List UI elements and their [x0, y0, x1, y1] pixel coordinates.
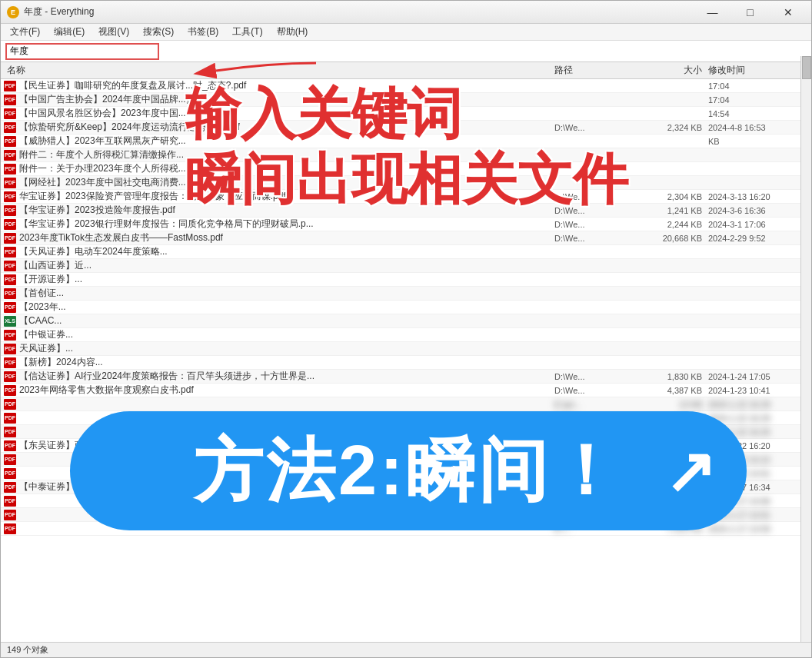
table-row[interactable]: PDF【华宝证券】2023银行理财年度报告：同质化竞争格局下的理财破局.p...…: [1, 218, 811, 231]
menu-help[interactable]: 帮助(H): [271, 25, 314, 40]
file-name: 【2023年...: [19, 301, 554, 314]
table-row[interactable]: PDFC:\Us...13 KB2024-1-22 16:29: [1, 411, 811, 425]
menu-view[interactable]: 视图(V): [92, 25, 135, 40]
col-name-header[interactable]: 名称: [4, 64, 554, 77]
close-button[interactable]: ✕: [770, 3, 805, 22]
file-name: 【华宝证券】2023投造险年度报告.pdf: [19, 204, 554, 217]
column-headers: 名称 路径 大小 修改时间: [1, 62, 811, 79]
file-name: 【信达证券】AI行业2024年度策略报告：百尺竿头须进步，十方世界是...: [19, 370, 554, 383]
file-size: 1,830 KB: [647, 372, 708, 381]
file-path: E:\...: [554, 497, 647, 506]
file-mtime: 2024-1-24 17:05: [708, 372, 808, 381]
search-input[interactable]: 年度: [5, 43, 159, 60]
file-path: D:\We...: [554, 234, 647, 243]
file-size: 2,519 KB: [647, 441, 708, 450]
table-row[interactable]: PDF2023年网络零售大数据年度观察白皮书.pdfD:\We...4,387 …: [1, 384, 811, 397]
scrollbar-thumb[interactable]: [802, 56, 811, 79]
table-row[interactable]: PDF【2023年...: [1, 301, 811, 314]
window-title: 年度 - Everything: [24, 5, 94, 18]
table-row[interactable]: PDF【山西证券】近...: [1, 259, 811, 273]
table-row[interactable]: PDFD:\We...25 KB2024-1-22 16:25: [1, 425, 811, 439]
table-row[interactable]: PDF【中泰证券】出版年度策略：估值筑底等风起，教育转型正当时.pdfD:\We…: [1, 480, 811, 494]
pdf-icon: PDF: [4, 122, 16, 133]
table-row[interactable]: PDFD:\We...11 KB2024-1-22 14:01: [1, 467, 811, 480]
pdf-icon: PDF: [4, 164, 16, 174]
file-mtime: 17:04: [708, 81, 808, 91]
file-size: 7,331 KB: [647, 524, 708, 533]
table-row[interactable]: PDF附件二：年度个人所得税汇算清缴操作...: [1, 148, 811, 162]
table-row[interactable]: PDF【中国风景名胜区协会】2023年度中国...14:54: [1, 107, 811, 121]
file-size: 2,324 KB: [647, 123, 708, 132]
table-row[interactable]: PDF【新榜】2024内容...: [1, 356, 811, 370]
table-row[interactable]: PDF附件一：关于办理2023年度个人所得税...: [1, 162, 811, 176]
table-row[interactable]: PDF【开源证券】...: [1, 273, 811, 287]
table-row[interactable]: PDFE:\...8,106 KB2024-1-17 14:01: [1, 508, 811, 522]
file-size: 962 KB: [647, 497, 708, 506]
file-size: 13 KB: [647, 414, 708, 423]
search-area: 年度: [1, 41, 811, 62]
table-row[interactable]: PDF天风证券】...: [1, 342, 811, 356]
file-size: 4,387 KB: [647, 386, 708, 395]
file-name: 天风证券】...: [19, 342, 554, 355]
pdf-icon: PDF: [4, 468, 16, 479]
col-mtime-header[interactable]: 修改时间: [708, 64, 808, 77]
title-bar-controls: — □ ✕: [695, 3, 805, 22]
table-row[interactable]: PDF【华宝证券】2023投造险年度报告.pdfD:\We...1,241 KB…: [1, 204, 811, 218]
table-row[interactable]: PDF【首创证...: [1, 287, 811, 301]
table-row[interactable]: PDF2023年度TikTok生态发展白皮书——FastMoss.pdfD:\W…: [1, 231, 811, 245]
col-size-header[interactable]: 大小: [647, 64, 708, 77]
col-path-header[interactable]: 路径: [554, 64, 647, 77]
table-row[interactable]: PDF【东吴证券】商用车2024年度策略：结构向上，乘风而起.pdfD:\We.…: [1, 439, 811, 453]
scrollbar[interactable]: [800, 56, 811, 642]
pdf-icon: PDF: [4, 385, 16, 396]
menu-file[interactable]: 文件(F): [4, 25, 46, 40]
file-mtime: 14:54: [708, 109, 808, 118]
table-row[interactable]: PDF【信达证券】AI行业2024年度策略报告：百尺竿头须进步，十方世界是...…: [1, 370, 811, 384]
file-size: 25 KB: [647, 427, 708, 437]
file-name: 【中泰证券】出版年度策略：估值筑底等风起，教育转型正当时.pdf: [19, 480, 554, 494]
pdf-icon: PDF: [4, 371, 16, 382]
menu-bookmark[interactable]: 书签(B): [181, 25, 225, 40]
pdf-icon: PDF: [4, 399, 16, 410]
file-path: E:\pri...: [554, 400, 647, 409]
table-row[interactable]: PDF【中国广告主协会】2024年度中国品牌...报告17:04: [1, 93, 811, 107]
table-row[interactable]: PDF【网经社】2023年度中国社交电商消费...: [1, 176, 811, 190]
file-path: D:\We...: [554, 123, 647, 132]
file-mtime: 2024-1-22 16:25: [708, 427, 808, 437]
table-row[interactable]: PDF【民生证券】咖啡研究的年度复盘及展讨...时_态态?.pdf17:04: [1, 79, 811, 93]
table-row[interactable]: PDFE:\...962 KB2024-1-17 14:06: [1, 494, 811, 508]
table-row[interactable]: PDF【惊蛰研究所&Keep】2024年度运动流行趋势指南.pdfD:\We..…: [1, 121, 811, 135]
pdf-icon: PDF: [4, 205, 16, 216]
pdf-icon: PDF: [4, 178, 16, 188]
table-row[interactable]: PDF【威胁猎人】2023年互联网黑灰产研究...KB: [1, 135, 811, 148]
pdf-icon: PDF: [4, 440, 16, 451]
file-mtime: 2024-1-22 16:29: [708, 400, 808, 409]
table-row[interactable]: PDF【中银证券...: [1, 328, 811, 342]
title-bar: E 年度 - Everything — □ ✕: [1, 1, 811, 24]
maximize-button[interactable]: □: [733, 3, 767, 22]
file-name: 【惊蛰研究所&Keep】2024年度运动流行趋势指南.pdf: [19, 121, 554, 134]
table-row[interactable]: PDF25 KB2024-1-22 15:22: [1, 453, 811, 467]
table-row[interactable]: PDFE:\...7,331 KB2024-1-17 13:59: [1, 522, 811, 536]
menu-search[interactable]: 搜索(S): [137, 25, 180, 40]
minimize-button[interactable]: —: [695, 3, 730, 22]
file-mtime: 2024-1-22 14:01: [708, 469, 808, 478]
pdf-icon: PDF: [4, 330, 16, 341]
file-path: D:\We...: [554, 441, 647, 450]
file-mtime: KB: [708, 137, 808, 146]
file-mtime: 2024-1-23 10:41: [708, 386, 808, 395]
menu-tools[interactable]: 工具(T): [226, 25, 268, 40]
file-list: PDF【民生证券】咖啡研究的年度复盘及展讨...时_态态?.pdf17:04PD…: [1, 79, 811, 642]
menu-edit[interactable]: 编辑(E): [48, 25, 91, 40]
table-row[interactable]: PDF华宝证券】2023保险资产管理年度报告：初心知蒙，应势而谋.pdfD:\W…: [1, 190, 811, 204]
pdf-icon: PDF: [4, 510, 16, 520]
table-row[interactable]: XLS【CAAC...: [1, 314, 811, 328]
table-row[interactable]: PDFE:\pri...13 KB2024-1-22 16:29: [1, 397, 811, 411]
file-name: 2023年网络零售大数据年度观察白皮书.pdf: [19, 384, 554, 397]
file-size: 2,244 KB: [647, 220, 708, 229]
pdf-icon: PDF: [4, 523, 16, 534]
file-mtime: 2024-2-29 9:52: [708, 234, 808, 243]
pdf-icon: PDF: [4, 427, 16, 437]
file-mtime: 2024-3-13 16:20: [708, 192, 808, 201]
table-row[interactable]: PDF【天风证券】电动车2024年度策略...: [1, 245, 811, 259]
